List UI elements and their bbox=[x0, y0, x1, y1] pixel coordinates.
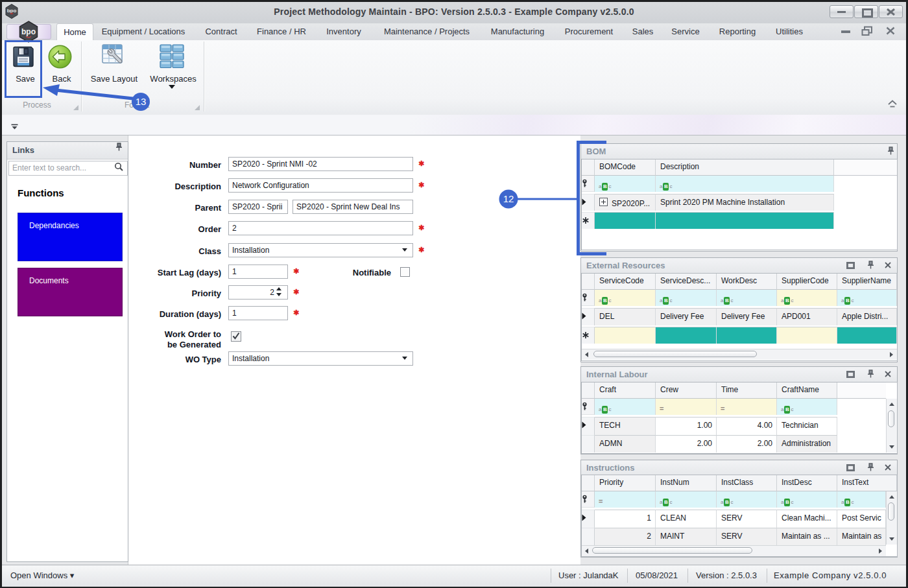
svg-text:12: 12 bbox=[503, 193, 514, 204]
svg-text:13: 13 bbox=[136, 96, 147, 107]
